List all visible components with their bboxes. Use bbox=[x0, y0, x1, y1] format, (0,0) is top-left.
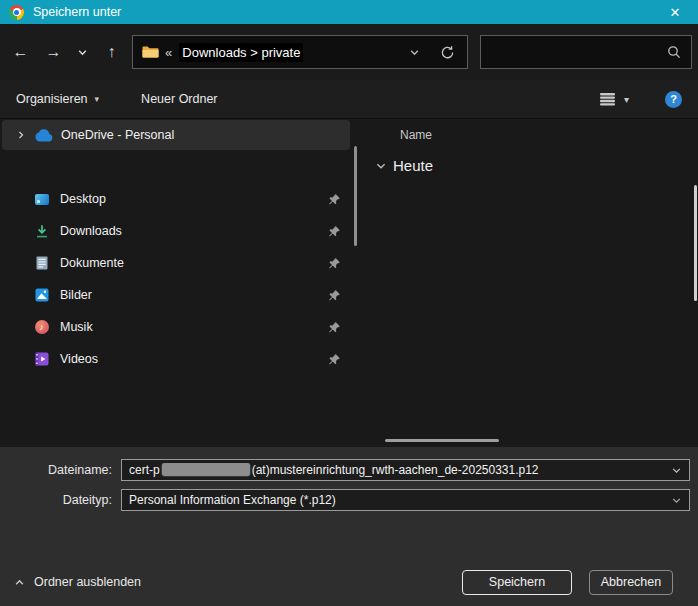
navigation-bar: ← → ↑ « Downloads > private bbox=[0, 24, 698, 80]
group-header-label: Heute bbox=[393, 157, 433, 174]
pin-icon[interactable] bbox=[328, 193, 341, 206]
list-view-icon bbox=[599, 92, 616, 107]
back-button[interactable]: ← bbox=[4, 37, 37, 67]
music-icon: ♪ bbox=[34, 320, 49, 334]
chevron-down-icon bbox=[671, 495, 682, 506]
new-folder-label: Neuer Ordner bbox=[141, 92, 217, 106]
save-button[interactable]: Speichern bbox=[462, 570, 572, 595]
sidebar-item-desktop[interactable]: Desktop bbox=[0, 183, 352, 215]
file-list-pane: Name Heute bbox=[365, 120, 698, 447]
close-button[interactable]: ✕ bbox=[652, 0, 698, 24]
breadcrumb-overflow[interactable]: « bbox=[165, 45, 172, 60]
filetype-value: Personal Information Exchange (*.p12) bbox=[129, 493, 336, 507]
up-button[interactable]: ↑ bbox=[95, 37, 128, 67]
pin-icon[interactable] bbox=[328, 289, 341, 302]
chevron-down-icon bbox=[409, 47, 420, 58]
sidebar-item-label: Desktop bbox=[60, 192, 106, 206]
hide-folders-label: Ordner ausblenden bbox=[34, 575, 141, 589]
address-bar[interactable]: « Downloads > private bbox=[132, 35, 468, 69]
help-button[interactable]: ? bbox=[665, 91, 682, 108]
filename-dropdown-chevron[interactable] bbox=[671, 465, 682, 476]
sidebar-scrollbar-thumb[interactable] bbox=[354, 146, 357, 246]
dialog-footer: Ordner ausblenden Speichern Abbrechen bbox=[0, 569, 698, 595]
sidebar-item-downloads[interactable]: Downloads bbox=[0, 215, 352, 247]
filename-row: Dateiname: cert-p(at)mustereinrichtung_r… bbox=[0, 459, 690, 481]
address-dropdown-chevron[interactable] bbox=[409, 47, 420, 58]
bottom-panel: Dateiname: cert-p(at)mustereinrichtung_r… bbox=[0, 447, 698, 606]
pin-icon[interactable] bbox=[328, 353, 341, 366]
recent-locations-chevron[interactable] bbox=[70, 37, 95, 67]
breadcrumb[interactable]: Downloads > private bbox=[179, 43, 303, 62]
filetype-select[interactable]: Personal Information Exchange (*.p12) bbox=[121, 489, 690, 511]
navigation-pane: OneDrive - Personal Desktop bbox=[0, 120, 352, 447]
save-as-dialog: Speichern unter ✕ ← → ↑ « Downloads > pr… bbox=[0, 0, 698, 606]
sidebar-item-label: Videos bbox=[60, 352, 98, 366]
hide-folders-button[interactable]: Ordner ausblenden bbox=[14, 575, 141, 589]
sidebar-item-label: Dokumente bbox=[60, 256, 124, 270]
chevron-right-icon[interactable] bbox=[10, 130, 32, 140]
pin-icon[interactable] bbox=[328, 257, 341, 270]
sidebar-item-label: OneDrive - Personal bbox=[61, 128, 174, 142]
quick-access-list: Desktop Downloads bbox=[0, 183, 352, 375]
sidebar-item-label: Musik bbox=[60, 320, 93, 334]
filename-value: cert-p(at)mustereinrichtung_rwth-aachen_… bbox=[129, 463, 539, 477]
pin-icon[interactable] bbox=[328, 225, 341, 238]
desktop-icon bbox=[34, 194, 49, 205]
horizontal-scrollbar-thumb[interactable] bbox=[385, 439, 499, 442]
sidebar-item-label: Bilder bbox=[60, 288, 92, 302]
view-mode-button[interactable] bbox=[599, 92, 616, 107]
filetype-label: Dateityp: bbox=[0, 493, 121, 507]
onedrive-cloud-icon bbox=[34, 129, 53, 142]
chevron-up-icon bbox=[14, 577, 25, 588]
titlebar: Speichern unter ✕ bbox=[0, 0, 698, 24]
command-toolbar: Organisieren ▾ Neuer Ordner ▾ ? bbox=[0, 80, 698, 119]
folder-icon bbox=[142, 45, 159, 59]
group-header-heute[interactable]: Heute bbox=[365, 157, 698, 174]
search-input[interactable] bbox=[491, 45, 667, 60]
filename-label: Dateiname: bbox=[0, 463, 121, 477]
filename-input[interactable]: cert-p(at)mustereinrichtung_rwth-aachen_… bbox=[121, 459, 690, 481]
organize-menu[interactable]: Organisieren ▾ bbox=[16, 92, 99, 106]
cancel-button[interactable]: Abbrechen bbox=[589, 570, 673, 595]
sidebar-item-documents[interactable]: Dokumente bbox=[0, 247, 352, 279]
videos-icon bbox=[34, 352, 49, 366]
caret-down-icon: ▾ bbox=[95, 94, 100, 104]
column-header-name[interactable]: Name bbox=[365, 120, 432, 142]
search-icon bbox=[667, 45, 681, 59]
organize-label: Organisieren bbox=[16, 92, 88, 106]
downloads-icon bbox=[34, 224, 49, 238]
sidebar-item-music[interactable]: ♪ Musik bbox=[0, 311, 352, 343]
pin-icon[interactable] bbox=[328, 321, 341, 334]
pictures-icon bbox=[34, 288, 49, 302]
chrome-icon bbox=[9, 5, 24, 20]
forward-button[interactable]: → bbox=[37, 37, 70, 67]
main-area: OneDrive - Personal Desktop bbox=[0, 120, 698, 447]
chevron-down-icon bbox=[375, 160, 387, 172]
refresh-button[interactable] bbox=[440, 45, 455, 60]
window-title: Speichern unter bbox=[33, 5, 121, 19]
filetype-row: Dateityp: Personal Information Exchange … bbox=[0, 489, 690, 511]
search-box[interactable] bbox=[480, 35, 692, 69]
refresh-icon bbox=[440, 45, 455, 60]
chevron-down-icon bbox=[77, 47, 88, 58]
redaction-overlay bbox=[162, 463, 250, 476]
sidebar-item-videos[interactable]: Videos bbox=[0, 343, 352, 375]
new-folder-button[interactable]: Neuer Ordner bbox=[141, 92, 217, 106]
sidebar-item-label: Downloads bbox=[60, 224, 122, 238]
sidebar-item-pictures[interactable]: Bilder bbox=[0, 279, 352, 311]
chevron-down-icon bbox=[671, 465, 682, 476]
filetype-dropdown-chevron[interactable] bbox=[671, 495, 682, 506]
documents-icon bbox=[34, 256, 49, 270]
vertical-scrollbar-thumb[interactable] bbox=[694, 185, 697, 301]
sidebar-item-onedrive[interactable]: OneDrive - Personal bbox=[2, 120, 350, 150]
view-mode-caret[interactable]: ▾ bbox=[624, 94, 629, 105]
